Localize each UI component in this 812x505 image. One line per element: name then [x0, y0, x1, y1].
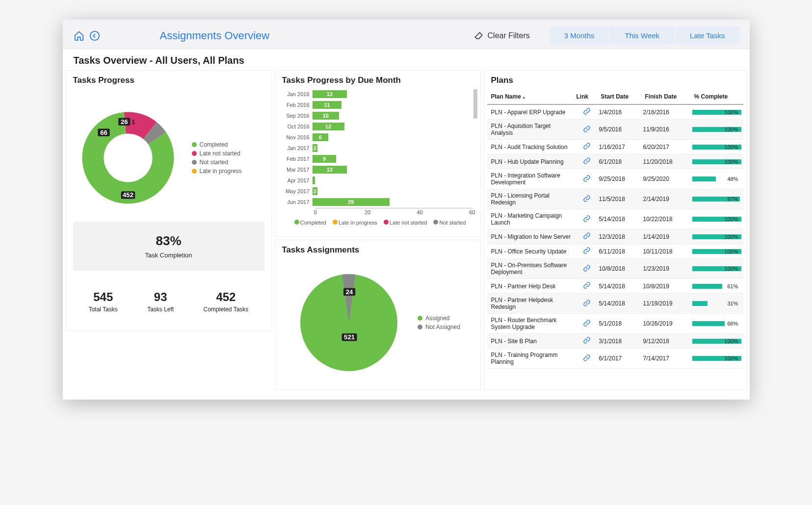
table-row[interactable]: PLN - Integration Software Development9/… — [487, 169, 743, 189]
col-start[interactable]: Start Date — [599, 92, 643, 101]
filter-tab-3months[interactable]: 3 Months — [550, 26, 609, 45]
plan-name-cell: PLN - Partner Helpdesk Redesign — [489, 296, 575, 311]
bar-label: Jan 2017 — [283, 145, 313, 151]
home-icon[interactable] — [73, 29, 85, 42]
pct-complete-cell: 100% — [692, 158, 741, 165]
table-row[interactable]: PLN - Partner Help Desk5/14/201810/8/201… — [487, 279, 743, 294]
legend-assigned[interactable]: Assigned — [418, 315, 460, 322]
back-icon[interactable] — [88, 29, 101, 42]
table-row[interactable]: PLN - Audit Tracking Solution1/16/20176/… — [487, 140, 743, 154]
bar-row[interactable]: Sep 201610 — [283, 111, 472, 121]
plan-link-icon[interactable] — [575, 107, 599, 117]
finish-date-cell: 9/25/2020 — [643, 176, 692, 182]
col-finish[interactable]: Finish Date — [643, 92, 692, 101]
bar-fill: 12 — [313, 123, 344, 130]
plan-link-icon[interactable] — [575, 281, 599, 291]
plan-link-icon[interactable] — [575, 354, 599, 363]
pie-chart[interactable]: 24 521 Assigned Not Assigned — [278, 259, 477, 386]
clear-filters-button[interactable]: Clear Filters — [474, 31, 530, 41]
plans-table-body: PLN - Apparel ERP Upgrade1/4/20162/16/20… — [487, 105, 743, 369]
plan-link-icon[interactable] — [575, 232, 599, 241]
pct-complete-cell: 31% — [692, 300, 741, 307]
finish-date-cell: 1/23/2019 — [643, 265, 692, 272]
scrollbar[interactable] — [473, 89, 477, 119]
pct-complete-cell: 100% — [692, 144, 741, 151]
plan-link-icon[interactable] — [575, 157, 599, 166]
bar-row[interactable]: Jan 201613 — [283, 89, 472, 99]
pct-complete-cell: 100% — [692, 126, 741, 133]
table-row[interactable]: PLN - Apparel ERP Upgrade1/4/20162/16/20… — [487, 105, 743, 120]
table-row[interactable]: PLN - Training Programm Planning6/1/2017… — [487, 349, 743, 369]
pie-legend: Assigned Not Assigned — [418, 313, 460, 332]
legend-completed[interactable]: Completed — [192, 141, 242, 148]
table-row[interactable]: PLN - Hub Update Planning6/1/201811/20/2… — [487, 154, 743, 169]
finish-date-cell: 7/14/2017 — [643, 355, 692, 362]
bar-fill: 13 — [313, 90, 347, 98]
table-row[interactable]: PLN - Aquisition Target Analysis9/5/2016… — [487, 120, 743, 140]
bar-row[interactable]: Jan 20172 — [283, 143, 472, 153]
bar-fill: 13 — [313, 166, 347, 174]
topbar: Assignments Overview Clear Filters 3 Mon… — [63, 20, 750, 49]
plan-link-icon[interactable] — [575, 125, 599, 134]
plan-link-icon[interactable] — [575, 247, 599, 256]
table-row[interactable]: PLN - Licensing Portal Redesign11/5/2018… — [487, 189, 743, 209]
bar-label: Feb 2016 — [283, 102, 313, 108]
plan-link-icon[interactable] — [575, 142, 599, 152]
plan-link-icon[interactable] — [575, 215, 599, 224]
table-row[interactable]: PLN - Office Security Update6/11/201810/… — [487, 244, 743, 259]
bar-label: Jan 2016 — [283, 91, 313, 97]
card-tasks-progress: Tasks Progress 452 66 — [66, 70, 272, 331]
table-row[interactable]: PLN - Site B Plan3/1/20189/12/2018100% — [487, 334, 743, 349]
plan-name-cell: PLN - Training Programm Planning — [489, 351, 575, 366]
bar-fill: 2 — [313, 144, 318, 152]
legend-not-started[interactable]: Not started — [192, 159, 242, 166]
plans-table-header: Plan Name▲ Link Start Date Finish Date %… — [487, 89, 743, 105]
breadcrumb[interactable]: Assignments Overview — [160, 29, 474, 42]
filter-tab-thisweek[interactable]: This Week — [610, 26, 674, 45]
col-pct[interactable]: % Complete — [692, 92, 741, 101]
table-row[interactable]: PLN - Partner Helpdesk Redesign5/14/2018… — [487, 294, 743, 314]
card-by-month: Tasks Progress by Due Month Jan 201613Fe… — [275, 70, 481, 237]
start-date-cell: 5/14/2018 — [599, 283, 643, 290]
col-plan-name[interactable]: Plan Name▲ — [489, 92, 575, 101]
bar-row[interactable]: Apr 2017 — [283, 176, 472, 185]
plan-link-icon[interactable] — [575, 195, 599, 204]
table-row[interactable]: PLN - Marketing Campaign Launch5/14/2018… — [487, 209, 743, 229]
plan-link-icon[interactable] — [575, 299, 599, 308]
bar-track: 6 — [313, 133, 472, 141]
col-link[interactable]: Link — [575, 92, 599, 101]
bar-legend: Completed Late in progress Late not star… — [283, 217, 472, 228]
bar-row[interactable]: Oct 201612 — [283, 122, 472, 131]
table-row[interactable]: PLN - Router Benchmark System Upgrade5/1… — [487, 314, 743, 334]
filter-tab-late[interactable]: Late Tasks — [675, 26, 739, 45]
legend-late-not-started[interactable]: Late not started — [192, 150, 242, 157]
bar-row[interactable]: May 20172 — [283, 186, 472, 196]
start-date-cell: 6/11/2018 — [599, 248, 643, 255]
legend-not-assigned[interactable]: Not Assigned — [418, 324, 460, 330]
pct-complete-cell: 100% — [692, 265, 741, 272]
plan-name-cell: PLN - Site B Plan — [489, 337, 575, 346]
bar-chart[interactable]: Jan 201613Feb 201611Sep 201610Oct 201612… — [278, 89, 477, 233]
plan-link-icon[interactable] — [575, 319, 599, 328]
start-date-cell: 3/1/2018 — [599, 338, 643, 345]
plan-link-icon[interactable] — [575, 264, 599, 274]
plan-name-cell: PLN - Hub Update Planning — [489, 157, 575, 166]
bar-row[interactable]: Nov 20166 — [283, 132, 472, 142]
plan-link-icon[interactable] — [575, 175, 599, 184]
bar-row[interactable]: Mar 201713 — [283, 165, 472, 175]
bar-row[interactable]: Feb 20179 — [283, 154, 472, 164]
legend-late-in-progress[interactable]: Late in progress — [192, 168, 242, 175]
finish-date-cell: 2/14/2019 — [643, 196, 692, 202]
col-tasks-progress: Tasks Progress 452 66 — [66, 70, 272, 390]
pct-complete-cell: 61% — [692, 283, 741, 290]
table-row[interactable]: PLN - On-Premises Software Deployment10/… — [487, 259, 743, 279]
bar-row[interactable]: Feb 201611 — [283, 100, 472, 110]
start-date-cell: 5/1/2018 — [599, 320, 643, 327]
plan-link-icon[interactable] — [575, 336, 599, 346]
plan-name-cell: PLN - Audit Tracking Solution — [489, 143, 575, 152]
table-row[interactable]: PLN - Migration to New Server12/3/20181/… — [487, 229, 743, 244]
dashboard-window: Assignments Overview Clear Filters 3 Mon… — [63, 20, 750, 400]
donut-svg[interactable]: 452 66 26 1 — [74, 104, 182, 212]
bar-track: 13 — [313, 90, 472, 98]
bar-row[interactable]: Jun 201729 — [283, 197, 472, 207]
